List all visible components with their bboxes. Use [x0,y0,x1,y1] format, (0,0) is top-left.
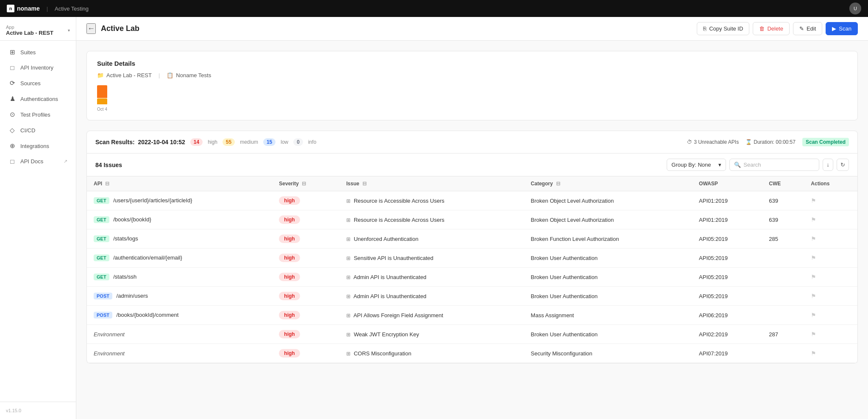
table-row: GET /books/{bookId} high ⊞ Resource is A… [87,210,857,229]
sidebar-item-suites[interactable]: ⊞ Suites [3,45,73,60]
sidebar-bottom: v1.15.0 [0,402,76,419]
app-selector-chevron-icon: ▾ [68,28,70,33]
group-by-select[interactable]: Group By: None ▾ [667,159,726,171]
table-row: GET /stats/logs high ⊞ Unenforced Authen… [87,229,857,249]
flag-button-4[interactable]: ⚑ [811,274,816,280]
cell-category-0: Broken Object Level Authorization [524,191,692,210]
test-profiles-icon: ⊙ [8,111,16,118]
sidebar-item-test-profiles[interactable]: ⊙ Test Profiles [3,107,73,122]
avatar[interactable]: U [849,3,861,14]
sidebar-item-ci-cd[interactable]: ◇ CI/CD [3,123,73,138]
scan-completed-badge: Scan Completed [802,138,849,146]
sidebar-item-authentications[interactable]: ♟ Authentications [3,91,73,106]
flag-button-0[interactable]: ⚑ [811,197,816,204]
logo-letter: n [9,6,12,11]
chart-bar-oct4[interactable]: Oct 4 [97,85,107,112]
cell-category-2: Broken Function Level Authorization [524,229,692,249]
info-count-badge: 0 [293,138,303,146]
issues-table-wrap: API ⊟ Severity ⊟ Issue ⊟ Category ⊟ OWAS… [87,176,857,363]
category-filter-icon[interactable]: ⊟ [556,181,560,187]
cell-owasp-5: API05:2019 [692,287,762,306]
app-selector[interactable]: App Active Lab - REST ▾ [0,20,76,41]
sidebar-item-integrations[interactable]: ⊕ Integrations [3,138,73,154]
cell-actions-1: ⚑ [804,210,857,229]
delete-label: Delete [767,25,783,32]
table-header-row: API ⊟ Severity ⊟ Issue ⊟ Category ⊟ OWAS… [87,176,857,191]
copy-suite-id-label: Copy Suite ID [709,25,743,32]
medium-label: medium [240,139,258,145]
scan-button[interactable]: ▶ Scan [826,22,858,35]
issue-filter-icon[interactable]: ⊟ [362,181,367,187]
flag-button-5[interactable]: ⚑ [811,293,816,299]
severity-badge-5: high [279,292,300,300]
cell-api-8: Environment [87,344,272,363]
refresh-icon: ↻ [840,162,845,168]
method-badge-6: POST [94,312,112,318]
col-category: Category ⊟ [524,176,692,191]
cell-actions-5: ⚑ [804,287,857,306]
method-badge-2: GET [94,235,109,242]
cell-category-7: Broken User Authentication [524,325,692,344]
sidebar-item-label: Sources [20,80,41,87]
issue-text-6: API Allows Foreign Field Assignment [353,312,443,318]
cell-api-7: Environment [87,325,272,344]
sidebar-item-api-docs[interactable]: □ API Docs ↗ [3,154,73,169]
topbar-page-name: Active Testing [55,6,89,12]
cell-cwe-8 [762,344,804,363]
flag-button-8[interactable]: ⚑ [811,350,816,357]
brand-name: noname [17,5,40,12]
back-button[interactable]: ← [86,23,96,34]
col-api: API ⊟ [87,176,272,191]
version-label: v1.15.0 [0,405,76,416]
flag-button-1[interactable]: ⚑ [811,216,816,223]
app-body: App Active Lab - REST ▾ ⊞ Suites □ API I… [0,17,868,419]
brand-logo: n noname [7,5,40,12]
cell-cwe-2: 285 [762,229,804,249]
flag-button-3[interactable]: ⚑ [811,254,816,261]
edit-label: Edit [807,25,816,32]
flag-button-7[interactable]: ⚑ [811,331,816,338]
cell-owasp-4: API05:2019 [692,268,762,287]
sidebar-item-sources[interactable]: ⟳ Sources [3,75,73,91]
download-button[interactable]: ↓ [823,159,833,171]
app-label: App [6,25,53,30]
flag-button-6[interactable]: ⚑ [811,312,816,318]
cell-owasp-3: API05:2019 [692,249,762,268]
issue-text-7: Weak JWT Encryption Key [354,331,419,338]
search-input[interactable] [743,162,815,168]
refresh-button[interactable]: ↻ [837,159,849,171]
col-actions: Actions [804,176,857,191]
severity-badge-1: high [279,215,300,224]
chart-area: Oct 4 [97,85,847,112]
issue-icon-6: ⊞ [346,313,351,318]
duration-item: ⌛ Duration: 00:00:57 [746,139,796,145]
table-row: GET /users/{userId}/articles/{articleId}… [87,191,857,210]
cell-severity-5: high [272,287,339,306]
cell-issue-1: ⊞ Resource is Accessible Across Users [339,210,524,229]
severity-filter-icon[interactable]: ⊟ [302,181,306,187]
cell-api-2: GET /stats/logs [87,229,272,249]
severity-badge-4: high [279,273,300,281]
cell-owasp-2: API05:2019 [692,229,762,249]
api-filter-icon[interactable]: ⊟ [105,181,109,187]
delete-button[interactable]: 🗑 Delete [753,22,790,35]
unreachable-icon: ⏱ [687,139,692,145]
copy-suite-id-button[interactable]: ⎘ Copy Suite ID [697,22,749,35]
info-label: info [308,139,316,145]
authentications-icon: ♟ [8,95,16,103]
cell-severity-2: high [272,229,339,249]
cell-category-5: Broken User Authentication [524,287,692,306]
flag-button-2[interactable]: ⚑ [811,235,816,242]
issue-icon-7: ⊞ [346,332,351,338]
api-path-4: /stats/ssh [113,274,136,280]
edit-button[interactable]: ✎ Edit [793,22,822,35]
cell-cwe-5 [762,287,804,306]
sidebar-item-api-inventory[interactable]: □ API Inventory [3,60,73,75]
suite-meta: 📁 Active Lab - REST | 📋 Noname Tests [97,72,847,78]
cell-actions-6: ⚑ [804,306,857,325]
api-path-5: /admin/users [117,293,148,299]
scan-results-card: Scan Results: 2022-10-04 10:52 14 high 5… [86,131,858,363]
cell-severity-7: high [272,325,339,344]
issue-text-4: Admin API is Unauthenticated [353,274,426,280]
cell-issue-4: ⊞ Admin API is Unauthenticated [339,268,524,287]
